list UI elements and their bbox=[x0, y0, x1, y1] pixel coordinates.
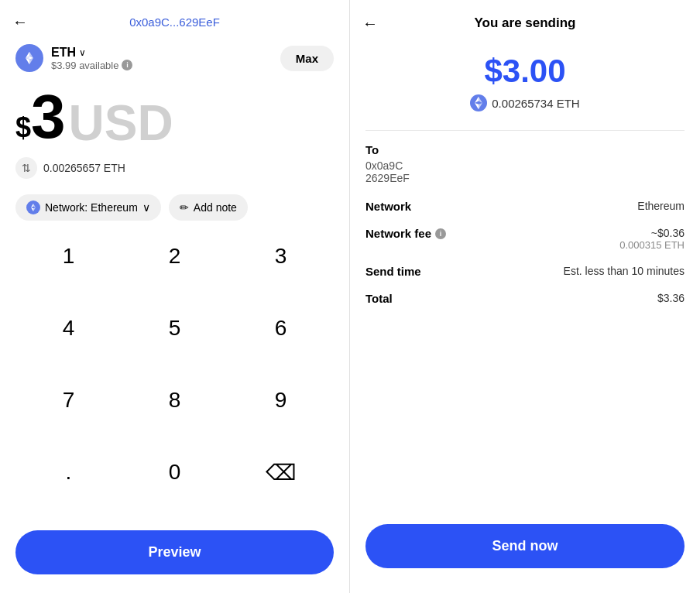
numpad-key-7[interactable]: 7 bbox=[15, 377, 122, 423]
fee-row-value: ~$0.36 0.000315 ETH bbox=[619, 227, 685, 251]
numpad-key-dot[interactable]: . bbox=[15, 449, 122, 495]
svg-marker-7 bbox=[31, 204, 33, 207]
fee-info-icon[interactable]: i bbox=[435, 228, 446, 239]
numpad-key-backspace[interactable]: ⌫ bbox=[228, 449, 334, 495]
svg-marker-12 bbox=[479, 103, 482, 109]
sending-usd: $3.00 bbox=[365, 53, 685, 90]
info-icon[interactable]: i bbox=[122, 60, 132, 70]
total-value: $3.36 bbox=[657, 292, 685, 304]
sending-eth-row: 0.00265734 ETH bbox=[365, 94, 685, 111]
numpad-key-6[interactable]: 6 bbox=[228, 305, 334, 351]
options-row: Network: Ethereum ∨ ✏ Add note bbox=[0, 188, 349, 233]
divider bbox=[365, 130, 685, 131]
network-chevron-icon: ∨ bbox=[142, 201, 150, 214]
send-time-label: Send time bbox=[365, 265, 421, 278]
network-eth-icon bbox=[26, 201, 40, 214]
network-row-value: Ethereum bbox=[637, 200, 685, 212]
add-note-label: Add note bbox=[194, 201, 237, 214]
numpad-key-2[interactable]: 2 bbox=[122, 233, 228, 279]
numpad-key-9[interactable]: 9 bbox=[228, 377, 334, 423]
to-label: To bbox=[365, 143, 685, 156]
eth-amount-row: ⇅ 0.00265657 ETH bbox=[0, 151, 349, 188]
confirm-panel: ← You are sending $3.00 0.00265734 ETH bbox=[350, 0, 700, 593]
total-label: Total bbox=[365, 292, 393, 305]
eth-icon bbox=[15, 44, 43, 72]
to-address-line2: 2629EeF bbox=[365, 172, 685, 184]
amount-number: 3 bbox=[31, 86, 66, 148]
token-chevron-icon: ∨ bbox=[79, 47, 86, 58]
svg-marker-13 bbox=[475, 103, 479, 109]
svg-marker-8 bbox=[33, 207, 36, 211]
fee-row: Network fee i ~$0.36 0.000315 ETH bbox=[365, 227, 685, 251]
right-header: ← You are sending bbox=[350, 0, 700, 40]
token-details: ETH ∨ $3.99 available i bbox=[51, 46, 132, 71]
fee-row-label: Network fee i bbox=[365, 227, 446, 240]
numpad-key-0[interactable]: 0 bbox=[122, 449, 228, 495]
to-block: To 0x0a9C 2629EeF bbox=[365, 143, 685, 184]
amount-display: $ 3 USD bbox=[0, 78, 349, 151]
svg-marker-6 bbox=[33, 204, 36, 207]
add-note-button[interactable]: ✏ Add note bbox=[169, 194, 248, 221]
sending-amount: $3.00 0.00265734 ETH bbox=[350, 40, 700, 118]
numpad-key-3[interactable]: 3 bbox=[228, 233, 334, 279]
confirm-title: You are sending bbox=[475, 15, 576, 31]
numpad-key-1[interactable]: 1 bbox=[15, 233, 122, 279]
network-button[interactable]: Network: Ethereum ∨ bbox=[15, 194, 161, 221]
send-time-row: Send time Est. less than 10 minutes bbox=[365, 265, 685, 278]
numpad-key-5[interactable]: 5 bbox=[122, 305, 228, 351]
network-row-label: Network bbox=[365, 200, 411, 213]
send-time-value: Est. less than 10 minutes bbox=[564, 265, 685, 277]
back-button-left[interactable]: ← bbox=[12, 13, 28, 31]
token-name: ETH bbox=[51, 46, 76, 60]
token-name-row[interactable]: ETH ∨ bbox=[51, 46, 132, 60]
numpad: 123456789.0⌫ bbox=[0, 233, 349, 521]
amount-currency: USD bbox=[69, 98, 173, 148]
fee-eth-value: 0.000315 ETH bbox=[619, 239, 685, 251]
eth-icon-confirm bbox=[470, 94, 487, 111]
numpad-key-4[interactable]: 4 bbox=[15, 305, 122, 351]
details-section: To 0x0a9C 2629EeF Network Ethereum Netwo… bbox=[350, 143, 700, 515]
wallet-address-left[interactable]: 0x0a9C...629EeF bbox=[129, 15, 220, 29]
back-button-right[interactable]: ← bbox=[362, 15, 378, 33]
svg-marker-9 bbox=[31, 207, 33, 211]
svg-marker-10 bbox=[479, 97, 482, 103]
to-address-line1: 0x0a9C bbox=[365, 159, 685, 172]
token-row: ETH ∨ $3.99 available i Max bbox=[0, 38, 349, 78]
available-balance: $3.99 available i bbox=[51, 60, 132, 71]
app-container: ← 0x0a9C...629EeF ETH bbox=[0, 0, 700, 593]
left-header: ← 0x0a9C...629EeF bbox=[0, 0, 349, 38]
send-now-button[interactable]: Send now bbox=[365, 524, 685, 568]
svg-marker-11 bbox=[475, 97, 479, 103]
preview-button[interactable]: Preview bbox=[15, 530, 334, 574]
dollar-sign: $ bbox=[15, 114, 31, 142]
token-info: ETH ∨ $3.99 available i bbox=[15, 44, 132, 72]
network-label: Network: Ethereum bbox=[45, 201, 138, 214]
send-panel: ← 0x0a9C...629EeF ETH bbox=[0, 0, 350, 593]
network-row: Network Ethereum bbox=[365, 200, 685, 213]
sending-eth-text: 0.00265734 ETH bbox=[492, 97, 579, 110]
pencil-icon: ✏ bbox=[180, 201, 189, 214]
numpad-key-8[interactable]: 8 bbox=[122, 377, 228, 423]
max-button[interactable]: Max bbox=[280, 46, 334, 71]
swap-icon[interactable]: ⇅ bbox=[15, 157, 37, 179]
total-row: Total $3.36 bbox=[365, 292, 685, 305]
eth-equivalent: 0.00265657 ETH bbox=[43, 162, 125, 174]
